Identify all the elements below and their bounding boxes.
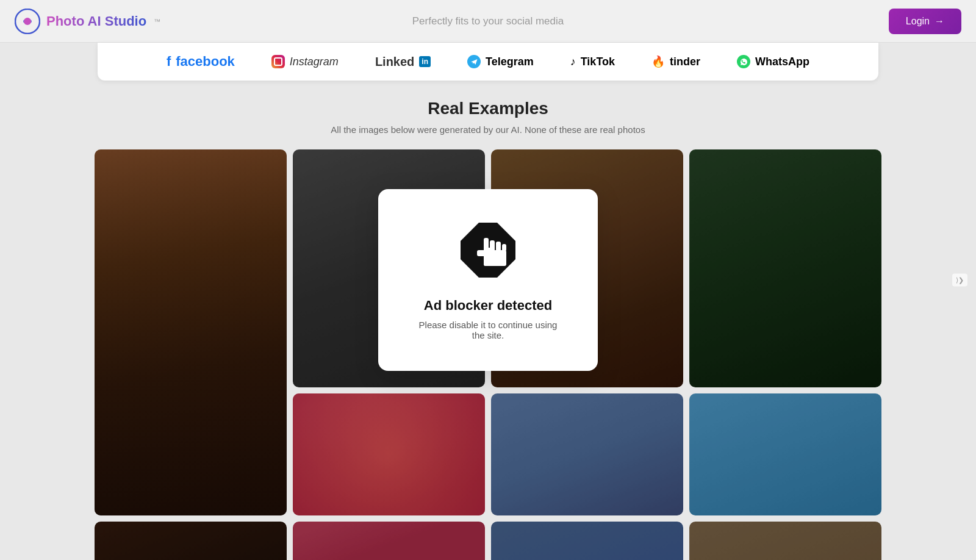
svg-rect-3: [484, 238, 489, 250]
logo-tm: ™: [154, 18, 160, 25]
logo-icon: [15, 9, 40, 34]
login-label: Login: [906, 16, 930, 27]
photo-4: [689, 149, 881, 387]
photo-6: [491, 393, 683, 515]
ad-block-icon: [458, 220, 518, 281]
logo-text: Photo AI Studio: [46, 13, 146, 29]
photo-1: [95, 149, 287, 515]
tinder-label: tinder: [670, 56, 700, 68]
social-item-tinder[interactable]: 🔥 tinder: [651, 55, 700, 68]
scroll-hint: ⟩❯: [952, 274, 967, 287]
social-item-instagram[interactable]: Instagram: [271, 55, 339, 68]
whatsapp-label: WhatsApp: [755, 56, 809, 68]
telegram-label: Telegram: [486, 56, 534, 68]
instagram-label: Instagram: [290, 56, 339, 68]
header-tagline: Perfectly fits to your social media: [412, 15, 564, 27]
social-item-tiktok[interactable]: ♪ TikTok: [570, 56, 615, 68]
photo-9: [293, 522, 485, 560]
linkedin-icon: in: [419, 56, 431, 67]
section-subtitle: All the images below were generated by o…: [0, 124, 976, 135]
tinder-icon: 🔥: [651, 55, 665, 68]
photo-11: [689, 522, 881, 560]
social-item-linkedin[interactable]: Linked in: [375, 55, 431, 69]
social-item-whatsapp[interactable]: WhatsApp: [737, 55, 809, 68]
photo-7: [689, 393, 881, 515]
social-item-facebook[interactable]: f facebook: [167, 54, 235, 70]
facebook-icon: f: [167, 54, 171, 70]
social-bar: f facebook Instagram Linked in Telegram …: [98, 43, 878, 81]
instagram-icon: [271, 55, 285, 68]
login-arrow: →: [935, 16, 944, 27]
login-button[interactable]: Login →: [889, 9, 961, 34]
telegram-icon: [467, 55, 481, 68]
facebook-label: facebook: [176, 54, 235, 70]
whatsapp-icon: [737, 55, 750, 68]
svg-point-1: [24, 18, 31, 25]
modal-text: Please disable it to continue using the …: [415, 320, 561, 340]
svg-rect-4: [490, 240, 495, 251]
header: Photo AI Studio ™ Perfectly fits to your…: [0, 0, 976, 43]
social-item-telegram[interactable]: Telegram: [467, 55, 534, 68]
photo-8: [95, 522, 287, 560]
photo-10: [491, 522, 683, 560]
tiktok-label: TikTok: [581, 56, 615, 68]
linkedin-text: Linked: [375, 55, 414, 69]
modal-title: Ad blocker detected: [415, 298, 561, 314]
tiktok-icon: ♪: [570, 56, 576, 68]
photo-5: [293, 393, 485, 515]
ad-blocker-modal: Ad blocker detected Please disable it to…: [378, 189, 598, 371]
section-title: Real Examples: [0, 99, 976, 118]
svg-rect-8: [477, 250, 486, 256]
svg-rect-7: [484, 250, 506, 266]
logo-area: Photo AI Studio ™: [15, 9, 160, 34]
